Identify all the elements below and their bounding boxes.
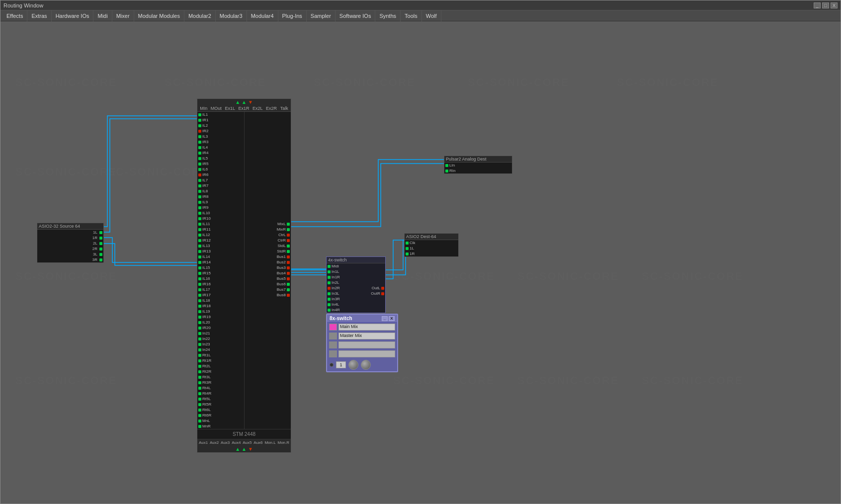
title-bar: Routing Window _ □ X: [0, 0, 841, 10]
stm-center-label: STM 2448: [197, 429, 291, 439]
eightx-knob-1[interactable]: [348, 360, 358, 370]
stm-tab-ex2r[interactable]: Ex2R: [266, 106, 277, 111]
menu-item-plug-ins[interactable]: Plug-Ins: [278, 10, 307, 21]
port-dot: [198, 332, 201, 335]
watermark: SС-SONIC-CORE: [393, 270, 495, 283]
pulsar2-title: Pulsar2 Analog Dest: [446, 157, 487, 162]
port-dot: [198, 288, 201, 291]
switch-label-1[interactable]: Main Mix: [338, 324, 395, 331]
switch-color-4[interactable]: [329, 350, 337, 357]
eightx-minimize-btn[interactable]: _: [382, 316, 388, 321]
menu-item-hardware-ios[interactable]: Hardware IOs: [52, 10, 94, 21]
stm-tab-mout[interactable]: MOut: [211, 106, 222, 111]
stm-header: MIn MOut Ex1L Ex1R Ex2L Ex2R Talk: [197, 105, 291, 112]
eightx-knob-2[interactable]: [361, 360, 371, 370]
port-bus5-out[interactable]: Bus5: [245, 276, 291, 281]
switch-color-1[interactable]: [329, 324, 337, 331]
watermark: SС-SONIC-CORE: [617, 76, 718, 89]
stm-tab-aux2[interactable]: Aux2: [209, 440, 219, 445]
stm-tab-aux5[interactable]: Aux5: [242, 440, 252, 445]
stm-tab-talk[interactable]: Talk: [280, 106, 288, 111]
menu-item-modular-modules[interactable]: Modular Modules: [134, 10, 184, 21]
port-dot: [198, 212, 201, 215]
menu-item-effects[interactable]: Effects: [2, 10, 27, 21]
port-bus6-out[interactable]: Bus6: [245, 281, 291, 287]
stm-tab-ex2l[interactable]: Ex2L: [252, 106, 263, 111]
port-1r-out[interactable]: 1R: [37, 235, 103, 241]
port-dot: [198, 381, 201, 384]
port-dot: [198, 337, 201, 340]
port-dot: [198, 409, 201, 412]
close-button[interactable]: X: [831, 2, 838, 8]
switch-color-2[interactable]: [329, 333, 337, 339]
stm-tab-ex1l[interactable]: Ex1L: [225, 106, 235, 111]
port-stdl-out[interactable]: StdL: [245, 243, 291, 249]
port-dot: [198, 223, 201, 226]
fourx-switch-module: 4x-switch Midi In1L In1R In2L In2R In3L …: [326, 256, 386, 313]
menu-item-midi[interactable]: Midi: [93, 10, 112, 21]
port-dot: [198, 425, 201, 428]
stm-tab-min[interactable]: MIn: [200, 106, 207, 111]
minimize-button[interactable]: _: [814, 2, 821, 8]
port-dot: [287, 294, 290, 297]
port-bus1-out[interactable]: Bus1: [245, 254, 291, 259]
app-window: Routing Window _ □ X EffectsExtrasHardwa…: [0, 0, 841, 504]
menu-item-synths[interactable]: Synths: [375, 10, 401, 21]
port-bus4-out[interactable]: Bus4: [245, 270, 291, 276]
port-bus3-out[interactable]: Bus3: [245, 265, 291, 270]
port-dot: [406, 252, 409, 255]
switch-color-3[interactable]: [329, 341, 337, 348]
port-mixr-out[interactable]: MixR: [245, 227, 291, 232]
port-dot: [198, 261, 201, 264]
port-dot: [198, 119, 201, 122]
menu-item-mixer[interactable]: Mixer: [112, 10, 134, 21]
port-bus2-out[interactable]: Bus2: [245, 259, 291, 265]
stm-tab-aux3[interactable]: Aux3: [220, 440, 230, 445]
menu-item-sampler[interactable]: Sampler: [307, 10, 336, 21]
port-dot: [287, 266, 290, 269]
port-dot: [287, 245, 290, 248]
switch-label-3[interactable]: [338, 341, 395, 348]
port-2l-out[interactable]: 2L: [37, 241, 103, 246]
port-1l-out[interactable]: 1L: [37, 230, 103, 235]
port-dot: [198, 398, 201, 401]
port-dot: [198, 130, 201, 133]
port-dot: [198, 277, 201, 280]
maximize-button[interactable]: □: [822, 2, 829, 8]
stm-tab-aux6[interactable]: Aux6: [253, 440, 263, 445]
menu-item-extras[interactable]: Extras: [27, 10, 51, 21]
port-2r-out[interactable]: 2R: [37, 246, 103, 252]
port-dot: [328, 281, 331, 284]
port-mixl-out[interactable]: MixL: [245, 221, 291, 227]
stm-tab-monl[interactable]: Mon.L: [264, 440, 276, 445]
watermark: SС-SONIC-CORE: [15, 374, 117, 387]
port-dot: [287, 255, 290, 258]
port-3l-out[interactable]: 3L: [37, 252, 103, 257]
watermark: SС-SONIC-CORE: [314, 76, 415, 89]
menu-item-modular2[interactable]: Modular2: [184, 10, 216, 21]
port-ctrl-out[interactable]: CtrL: [245, 232, 291, 238]
port-dot: [328, 270, 331, 273]
stm-tab-aux1[interactable]: Aux1: [198, 440, 208, 445]
port-dot: [406, 242, 409, 245]
switch-label-4[interactable]: [338, 350, 395, 357]
stm-tab-aux4[interactable]: Aux4: [231, 440, 241, 445]
watermark: SС-SONIC-CORE: [15, 76, 117, 89]
port-ctrr-out[interactable]: CtrR: [245, 238, 291, 243]
switch-label-2[interactable]: Master Mix: [338, 333, 395, 339]
stm-tab-ex1r[interactable]: Ex1R: [238, 106, 249, 111]
menu-item-software-ios[interactable]: Software IOs: [336, 10, 376, 21]
menu-item-modular4[interactable]: Modular4: [247, 10, 278, 21]
menu-item-wolf[interactable]: Wolf: [422, 10, 441, 21]
menu-item-modular3[interactable]: Modular3: [216, 10, 247, 21]
eightx-close-btn[interactable]: X: [389, 316, 395, 321]
port-stdr-out[interactable]: StdR: [245, 249, 291, 254]
port-bus7-out[interactable]: Bus7: [245, 287, 291, 292]
menu-item-tools[interactable]: Tools: [401, 10, 422, 21]
watermark: SС-SONIC-CORE: [517, 270, 619, 283]
port-dot: [198, 173, 201, 176]
stm-tab-monr[interactable]: Mon.R: [277, 440, 290, 445]
port-3r-out[interactable]: 3R: [37, 257, 103, 262]
port-bus8-out[interactable]: Bus8: [245, 292, 291, 298]
eightx-channel-num[interactable]: 1: [336, 361, 346, 368]
